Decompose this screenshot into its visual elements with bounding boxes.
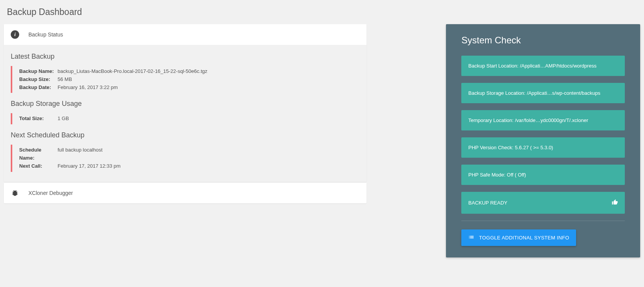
backup-date-value: February 16, 2017 3:22 pm — [58, 84, 118, 92]
info-icon: i — [11, 30, 19, 39]
next-call-value: February 17, 2017 12:33 pm — [58, 162, 121, 170]
schedule-name-label: Schedule Name: — [19, 146, 58, 162]
page-title: Backup Dashboard — [0, 0, 644, 24]
system-check-card: System Check Backup Start Location: /App… — [446, 24, 640, 257]
latest-backup-heading: Latest Backup — [11, 53, 360, 61]
next-scheduled-heading: Next Scheduled Backup — [11, 131, 360, 139]
storage-usage-heading: Backup Storage Usage — [11, 100, 360, 108]
backup-size-label: Backup Size: — [19, 76, 58, 84]
check-text: PHP Version Check: 5.6.27 ( >= 5.3.0) — [468, 145, 553, 150]
check-text: Backup Start Location: /Applicati…AMP/ht… — [468, 63, 596, 69]
total-size-label: Total Size: — [19, 115, 58, 123]
backup-name-value: backup_Liutas-MacBook-Pro.local-2017-02-… — [58, 68, 207, 76]
list-icon — [468, 234, 474, 241]
backup-status-body: Latest Backup Backup Name: backup_Liutas… — [4, 45, 367, 182]
backup-date-label: Backup Date: — [19, 84, 58, 92]
backup-status-title: Backup Status — [28, 31, 63, 38]
schedule-name-value: full backup localhost — [58, 146, 102, 162]
next-scheduled-block: Schedule Name: full backup localhost Nex… — [11, 145, 360, 172]
backup-name-label: Backup Name: — [19, 68, 58, 76]
bug-icon — [11, 189, 19, 197]
check-text: Backup Storage Location: /Applicati…s/wp… — [468, 90, 600, 96]
debugger-title: XCloner Debugger — [28, 190, 73, 196]
check-backup-start-location: Backup Start Location: /Applicati…AMP/ht… — [461, 56, 625, 76]
system-check-title: System Check — [461, 35, 625, 46]
check-text: Temporary Location: /var/folde…ydc0000gn… — [468, 117, 588, 123]
check-text: BACKUP READY — [468, 200, 507, 206]
backup-status-header[interactable]: i Backup Status — [4, 24, 367, 45]
backup-size-value: 56 MB — [58, 76, 72, 84]
latest-backup-block: Backup Name: backup_Liutas-MacBook-Pro.l… — [11, 66, 360, 93]
check-text: PHP Safe Mode: Off ( Off) — [468, 172, 526, 178]
toggle-system-info-button[interactable]: TOGGLE ADDITIONAL SYSTEM INFO — [461, 229, 576, 246]
check-php-version: PHP Version Check: 5.6.27 ( >= 5.3.0) — [461, 137, 625, 158]
debugger-header[interactable]: XCloner Debugger — [4, 183, 367, 203]
check-php-safe-mode: PHP Safe Mode: Off ( Off) — [461, 165, 625, 185]
toggle-label: TOGGLE ADDITIONAL SYSTEM INFO — [479, 235, 569, 241]
check-backup-storage-location: Backup Storage Location: /Applicati…s/wp… — [461, 83, 625, 103]
backup-status-panel: i Backup Status Latest Backup Backup Nam… — [4, 24, 367, 182]
check-backup-ready: BACKUP READY — [461, 192, 625, 214]
thumbs-up-icon — [612, 199, 618, 206]
next-call-label: Next Call: — [19, 162, 58, 170]
divider — [461, 221, 625, 221]
total-size-value: 1 GB — [58, 115, 69, 123]
check-temporary-location: Temporary Location: /var/folde…ydc0000gn… — [461, 110, 625, 130]
storage-usage-block: Total Size: 1 GB — [11, 113, 360, 124]
debugger-panel: XCloner Debugger — [4, 183, 367, 203]
